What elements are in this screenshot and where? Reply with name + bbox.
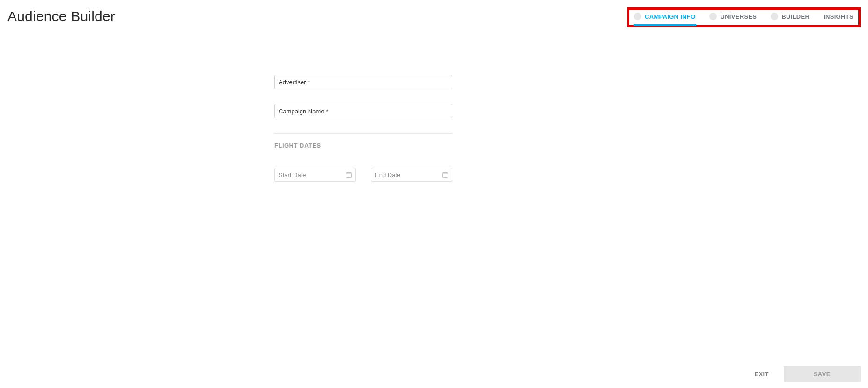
- footer-actions: EXIT SAVE: [752, 366, 861, 382]
- start-date-wrap: [274, 168, 356, 182]
- campaign-name-input[interactable]: [274, 104, 452, 118]
- campaign-form: FLIGHT DATES: [274, 75, 452, 182]
- tab-label: UNIVERSES: [720, 13, 757, 20]
- exit-button[interactable]: EXIT: [752, 367, 770, 381]
- tabs-highlight-box: CAMPAIGN INFO UNIVERSES BUILDER INSIGHTS: [627, 7, 861, 27]
- step-circle-icon: [771, 13, 778, 20]
- tab-universes[interactable]: UNIVERSES: [709, 13, 757, 22]
- flight-dates-row: [274, 168, 452, 182]
- page-title: Audience Builder: [7, 8, 115, 24]
- end-date-wrap: [371, 168, 452, 182]
- tab-label: BUILDER: [781, 13, 809, 20]
- step-tabs: CAMPAIGN INFO UNIVERSES BUILDER INSIGHTS: [634, 13, 853, 22]
- tab-campaign-info[interactable]: CAMPAIGN INFO: [634, 13, 695, 22]
- tab-label: INSIGHTS: [824, 13, 853, 20]
- flight-dates-label: FLIGHT DATES: [274, 142, 452, 149]
- start-date-input[interactable]: [274, 168, 356, 182]
- step-circle-icon: [709, 13, 717, 20]
- tab-builder[interactable]: BUILDER: [771, 13, 809, 22]
- save-button[interactable]: SAVE: [784, 366, 861, 382]
- advertiser-group: [274, 75, 452, 89]
- end-date-input[interactable]: [371, 168, 452, 182]
- step-circle-icon: [634, 13, 641, 20]
- tab-insights[interactable]: INSIGHTS: [824, 13, 853, 22]
- tab-label: CAMPAIGN INFO: [645, 13, 695, 20]
- header: Audience Builder CAMPAIGN INFO UNIVERSES…: [0, 0, 868, 27]
- advertiser-input[interactable]: [274, 75, 452, 89]
- campaign-name-group: [274, 104, 452, 118]
- divider: [274, 133, 452, 134]
